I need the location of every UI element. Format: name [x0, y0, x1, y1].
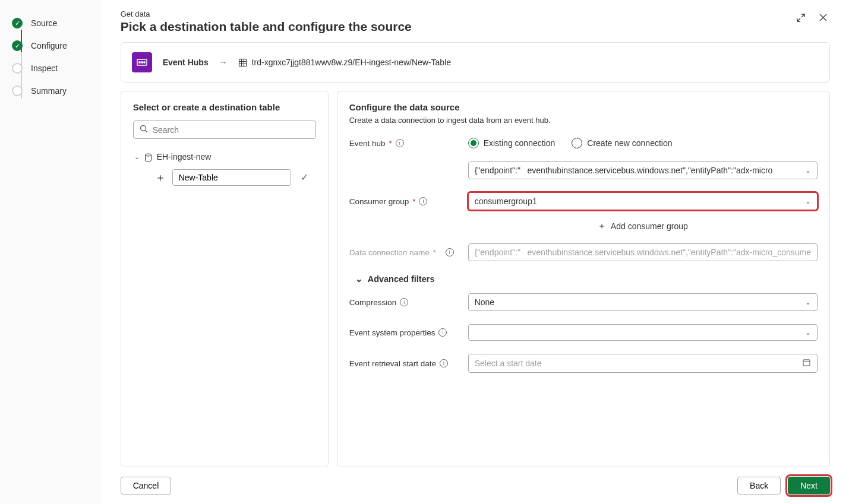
- arrow-right-icon: →: [219, 58, 228, 67]
- event-system-properties-dropdown[interactable]: ⌄: [468, 324, 818, 341]
- radio-existing-connection[interactable]: Existing connection: [468, 138, 556, 148]
- chevron-down-icon: ⌄: [134, 153, 140, 161]
- info-icon[interactable]: i: [400, 298, 408, 306]
- svg-point-2: [141, 62, 142, 63]
- database-tree-node[interactable]: ⌄ EH-ingest-new: [133, 150, 316, 164]
- start-date-picker[interactable]: Select a start date: [468, 354, 818, 373]
- page-supertitle: Get data: [121, 9, 830, 18]
- search-icon: [140, 125, 148, 135]
- event-retrieval-start-date-label: Event retrieval start datei: [349, 359, 468, 368]
- breadcrumb-source: Event Hubs: [163, 58, 209, 67]
- checkmark-icon: ✓: [12, 18, 23, 28]
- page-title: Pick a destination table and configure t…: [121, 20, 830, 34]
- step-circle-icon: [12, 63, 23, 74]
- radio-icon: [572, 138, 582, 148]
- right-panel-subtitle: Create a data connection to ingest data …: [349, 116, 818, 125]
- database-icon: [144, 152, 152, 162]
- step-circle-icon: [12, 85, 23, 96]
- next-button[interactable]: Next: [788, 477, 830, 495]
- info-icon[interactable]: i: [419, 197, 427, 205]
- configure-source-panel: Configure the data source Create a data …: [337, 91, 830, 467]
- left-panel-title: Select or create a destination table: [133, 102, 316, 112]
- radio-create-new-connection[interactable]: Create new connection: [572, 138, 672, 148]
- svg-point-5: [140, 126, 146, 131]
- data-connection-name-field[interactable]: {"endpoint":" eventhubinstance.servicebu…: [468, 243, 818, 261]
- compression-label: Compressioni: [349, 298, 468, 307]
- search-input[interactable]: [133, 121, 316, 139]
- data-connection-name-label: Data connection name * i: [349, 248, 468, 257]
- consumer-group-label: Consumer group*i: [349, 197, 468, 206]
- info-icon[interactable]: i: [438, 328, 447, 337]
- close-icon[interactable]: [819, 13, 828, 24]
- add-consumer-group-button[interactable]: ＋ Add consumer group: [468, 221, 818, 232]
- plus-icon: ＋: [598, 221, 606, 232]
- breadcrumb-path: trd-xgnxc7jjgt881wwv8w.z9/EH-ingest-new/…: [252, 58, 451, 67]
- compression-dropdown[interactable]: None ⌄: [468, 293, 818, 311]
- svg-rect-7: [803, 360, 810, 366]
- chevron-down-icon: ⌄: [805, 166, 811, 175]
- info-icon[interactable]: i: [396, 139, 404, 147]
- step-inspect[interactable]: Inspect: [0, 57, 102, 80]
- advanced-filters-toggle[interactable]: ⌄ Advanced filters: [355, 274, 818, 284]
- right-panel-title: Configure the data source: [349, 102, 818, 112]
- info-icon[interactable]: i: [446, 248, 454, 256]
- destination-table-panel: Select or create a destination table ⌄ E…: [121, 91, 329, 467]
- svg-point-1: [138, 62, 140, 63]
- back-button[interactable]: Back: [737, 477, 781, 495]
- wizard-steps-sidebar: ✓ Source ✓ Configure Inspect Summary: [0, 0, 102, 504]
- event-hubs-icon: [132, 52, 152, 72]
- svg-point-6: [145, 154, 151, 156]
- calendar-icon: [802, 358, 811, 369]
- confirm-icon[interactable]: ✓: [301, 172, 308, 183]
- event-hub-label: Event hub*i: [349, 139, 468, 148]
- info-icon[interactable]: i: [440, 359, 448, 367]
- event-hub-connection-dropdown[interactable]: {"endpoint":" eventhubinstance.servicebu…: [468, 161, 818, 179]
- chevron-down-icon: ⌄: [805, 328, 811, 337]
- breadcrumb: Event Hubs → trd-xgnxc7jjgt881wwv8w.z9/E…: [121, 42, 830, 83]
- chevron-down-icon: ⌄: [805, 298, 811, 306]
- cancel-button[interactable]: Cancel: [121, 477, 172, 495]
- chevron-down-icon: ⌄: [805, 197, 811, 205]
- chevron-down-icon: ⌄: [355, 274, 363, 284]
- event-system-properties-label: Event system propertiesi: [349, 328, 468, 337]
- radio-icon: [468, 138, 479, 148]
- step-source[interactable]: ✓ Source: [0, 12, 102, 34]
- add-table-button[interactable]: ＋: [154, 172, 166, 183]
- step-summary[interactable]: Summary: [0, 80, 102, 102]
- step-configure[interactable]: ✓ Configure: [0, 34, 102, 57]
- svg-rect-4: [239, 59, 246, 66]
- table-icon: [238, 58, 247, 68]
- table-name-input[interactable]: [172, 169, 291, 186]
- consumer-group-dropdown[interactable]: consumergroup1 ⌄: [468, 192, 818, 210]
- svg-point-3: [143, 62, 144, 63]
- checkmark-icon: ✓: [12, 40, 23, 51]
- expand-icon[interactable]: [796, 13, 806, 24]
